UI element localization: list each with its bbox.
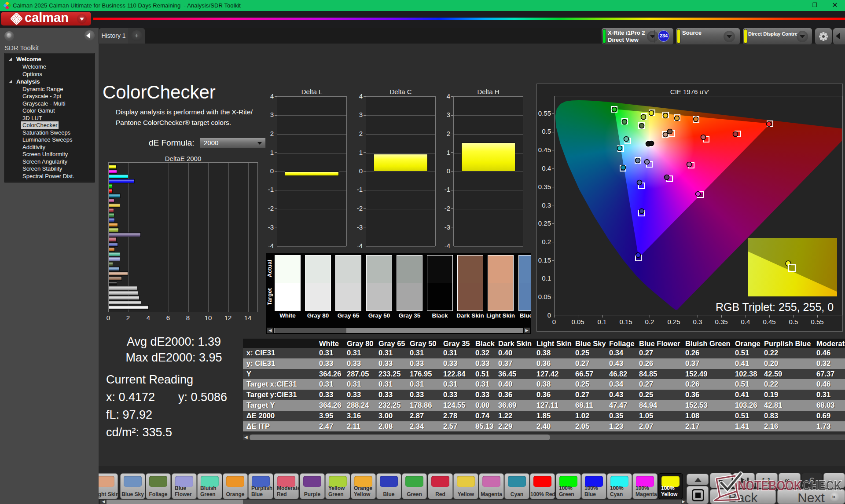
svg-text:NOTEBOOK: NOTEBOOK: [738, 478, 802, 493]
svg-text:CHECK: CHECK: [802, 478, 842, 493]
